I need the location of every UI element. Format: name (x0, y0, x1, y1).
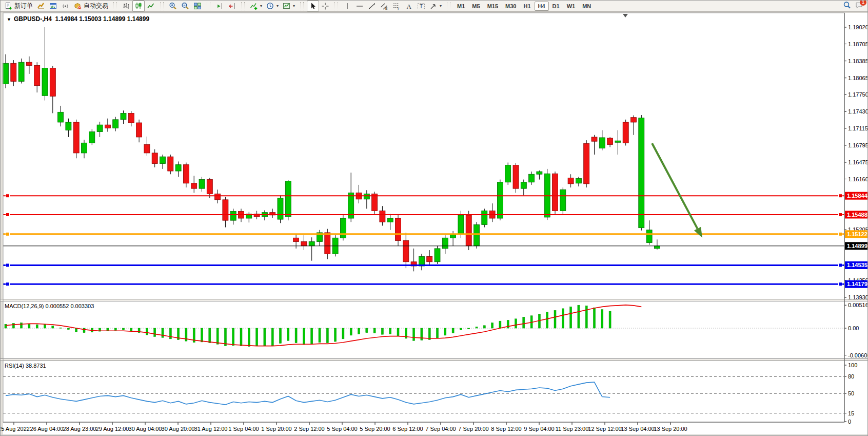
signal-icon (62, 2, 70, 10)
chevron-down-icon[interactable]: ▾ (260, 4, 262, 8)
toolbar-separator (241, 2, 245, 10)
label-button[interactable]: T (415, 1, 427, 12)
timeframe-button-m5[interactable]: M5 (468, 2, 483, 11)
autotrade-button[interactable]: 自动交易 (72, 1, 110, 12)
bid-price-label: 1.14899 (847, 243, 867, 249)
rsi-axis-label: 50 (848, 390, 854, 396)
candle-bearish (11, 63, 16, 81)
candle-bearish (372, 194, 378, 211)
timeframe-button-m1[interactable]: M1 (453, 2, 468, 11)
timeframe-button-m15[interactable]: M15 (484, 2, 502, 11)
svg-text:1.16160: 1.16160 (848, 176, 868, 182)
candle-bearish (183, 165, 189, 183)
timeframe-button-h4[interactable]: H4 (535, 2, 549, 11)
candle-bullish (387, 218, 393, 222)
candle-bearish (607, 138, 613, 144)
date-axis-label: 5 Sep 04:00 (327, 426, 357, 432)
text-button[interactable]: A (403, 1, 415, 12)
signal-button[interactable] (60, 1, 72, 12)
panel-splitter[interactable] (1, 359, 868, 361)
market-watch-button[interactable] (35, 1, 47, 12)
candle-bullish (458, 215, 464, 234)
candle-chart-icon (134, 2, 143, 10)
notification-badge: 1 (860, 0, 866, 6)
zoom-in-button[interactable] (167, 1, 179, 12)
candle-bullish (537, 172, 542, 174)
zoom-out-button[interactable] (179, 1, 191, 12)
timeframe-button-h1[interactable]: H1 (520, 2, 534, 11)
line-chart-button[interactable] (145, 1, 157, 12)
date-axis-label: 31 Aug 12:00 (194, 426, 228, 432)
search-button[interactable] (843, 1, 851, 11)
candle-bullish (89, 132, 95, 143)
chevron-down-icon[interactable]: ▾ (440, 4, 442, 8)
line-handle[interactable] (839, 263, 842, 267)
trendline-button[interactable] (366, 1, 378, 12)
main-toolbar: 新订单自动交易▾▾▾EFAT▾M1M5M15M30H1H4D1W1MN1 (1, 1, 868, 12)
new-order-button[interactable]: 新订单 (3, 1, 35, 12)
price-chart-canvas[interactable]: 1.190201.187051.183851.180651.177501.174… (1, 12, 868, 436)
tile-windows-button[interactable] (191, 1, 204, 12)
chevron-down-icon[interactable]: ▼ (7, 17, 11, 22)
price-tag-label: 1.15122 (847, 231, 867, 237)
candle-bullish (230, 212, 236, 221)
shapes-button[interactable]: ▾ (427, 1, 444, 12)
date-axis-label: 25 Aug 2022 (1, 426, 30, 432)
templates-button[interactable]: ▾ (281, 1, 297, 12)
chat-button[interactable]: 1 (855, 1, 863, 11)
chart-window-button[interactable] (47, 1, 60, 12)
date-axis-label: 12 Sep 12:00 (588, 426, 621, 432)
line-handle[interactable] (6, 282, 10, 286)
candle-bearish (293, 238, 299, 241)
hline-button[interactable] (353, 1, 366, 12)
line-handle[interactable] (839, 213, 842, 217)
candle-chart-button[interactable] (132, 1, 145, 12)
autoscroll-button[interactable] (213, 1, 226, 12)
vline-icon (343, 2, 351, 10)
vline-button[interactable] (341, 1, 353, 12)
line-handle[interactable] (6, 232, 10, 236)
candle-bullish (521, 182, 526, 188)
date-axis-label: 8 Sep 12:00 (491, 426, 521, 432)
date-axis-label: 29 Aug 12:00 (96, 426, 129, 432)
candle-bullish (42, 68, 48, 96)
line-handle[interactable] (839, 194, 842, 198)
line-handle[interactable] (839, 232, 842, 236)
channel-button[interactable]: E (378, 1, 390, 12)
line-handle[interactable] (839, 282, 842, 286)
timeframe-button-m30[interactable]: M30 (502, 2, 520, 11)
cursor-button[interactable] (307, 1, 319, 12)
macd-axis-label: 0.00 (848, 325, 859, 331)
chevron-down-icon[interactable]: ▾ (293, 4, 295, 8)
candle-bullish (474, 224, 480, 245)
timeframe-button-w1[interactable]: W1 (563, 2, 579, 11)
line-handle[interactable] (6, 263, 10, 267)
periods-button[interactable]: ▾ (264, 1, 281, 12)
bar-chart-button[interactable] (120, 1, 132, 12)
candle-bearish (325, 233, 330, 254)
candle-bullish (576, 179, 581, 183)
line-handle[interactable] (6, 194, 10, 198)
price-tag-label: 1.15488 (847, 212, 867, 218)
shapes-icon (429, 2, 438, 10)
candle-bearish (584, 143, 589, 184)
fibo-button[interactable]: F (390, 1, 403, 12)
timeframe-button-d1[interactable]: D1 (549, 2, 563, 11)
chart-area[interactable]: 1.190201.187051.183851.180651.177501.174… (1, 12, 868, 436)
rsi-axis-label: 15 (848, 410, 854, 416)
panel-splitter[interactable] (1, 299, 868, 301)
periods-icon (266, 2, 274, 10)
chevron-down-icon[interactable]: ▾ (277, 4, 279, 8)
chart-shift-button[interactable] (226, 1, 238, 12)
line-handle[interactable] (6, 213, 10, 217)
templates-icon (283, 2, 291, 10)
indicators-button[interactable]: ▾ (248, 1, 264, 12)
price-tag-label: 1.15844 (847, 193, 868, 199)
candle-bullish (639, 118, 644, 228)
label-icon: T (417, 2, 425, 10)
rsi-axis-label: 80 (848, 373, 854, 380)
candle-bullish (199, 180, 205, 189)
crosshair-button[interactable] (319, 1, 331, 12)
candle-bearish (301, 241, 307, 245)
timeframe-button-mn[interactable]: MN (579, 2, 595, 11)
